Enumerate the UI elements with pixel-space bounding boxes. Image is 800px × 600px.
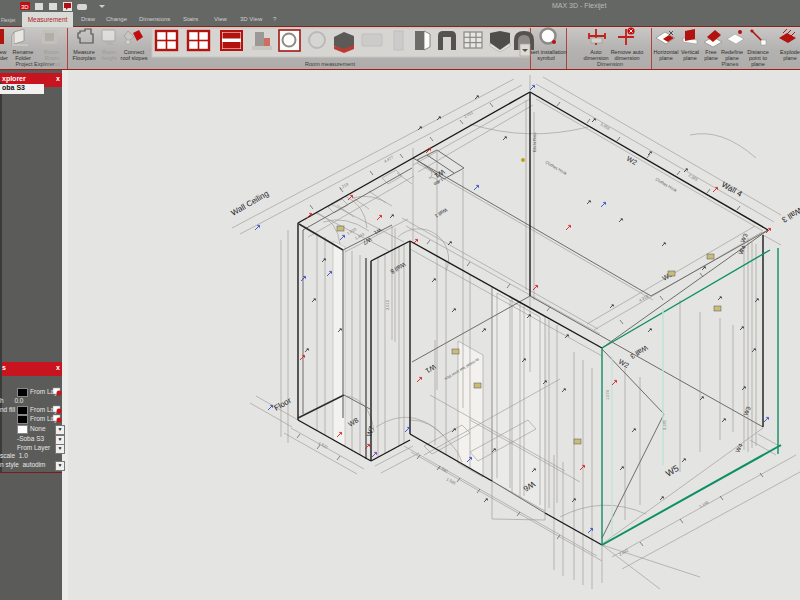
svg-text:1.074: 1.074 <box>605 389 610 400</box>
svg-text:Bla-la Rain: Bla-la Rain <box>532 132 537 152</box>
svg-text:3D: 3D <box>21 4 29 10</box>
svg-text:2.010: 2.010 <box>385 299 390 310</box>
svg-text:2.185: 2.185 <box>662 419 667 430</box>
